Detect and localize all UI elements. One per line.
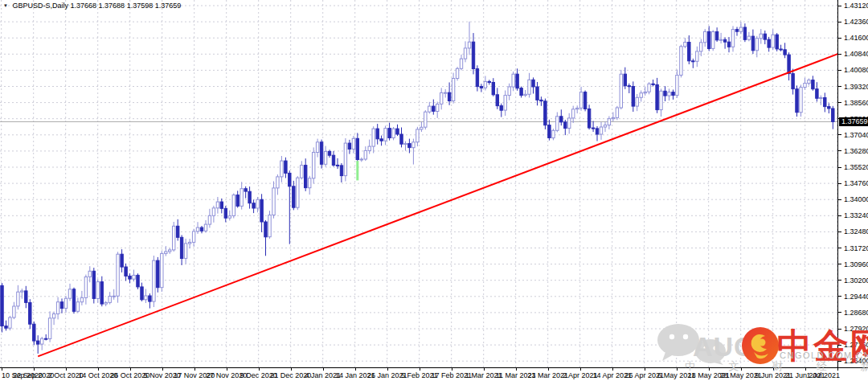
time-axis-tick [516,368,517,371]
quote-low: 1.37598 [127,2,154,10]
time-axis-tick [773,368,774,371]
time-axis-tick [130,368,131,371]
price-axis-label: 1.32480 [844,227,868,236]
time-axis-tick [259,368,260,371]
price-axis-label: 1.39320 [844,83,868,91]
time-axis-tick [677,368,678,371]
price-axis-label: 1.26400 [844,357,868,365]
time-axis-tick [387,368,388,371]
price-axis-label: 1.41600 [844,34,868,42]
price-axis-label: 1.35520 [844,163,868,171]
time-axis-tick [66,368,67,371]
price-axis-tick [838,361,841,362]
time-axis-tick [162,368,163,371]
price-axis-label: 1.34000 [844,195,868,203]
price-axis-label: 1.40840 [844,50,868,58]
time-axis-tick [805,368,806,371]
price-axis-label: 1.28680 [844,309,868,317]
price-axis-label: 1.33240 [844,211,868,219]
time-axis-tick [227,368,227,371]
price-axis-label: 1.29440 [844,293,868,301]
time-axis[interactable]: 10 Sep 202022 Sep 20202 Oct 202014 Oct 2… [0,367,868,381]
price-axis-tick [838,329,841,330]
time-axis-tick [837,368,838,371]
price-axis-tick [838,167,841,168]
time-axis-label: 1 Jul 2021 [806,371,840,379]
time-axis-tick [452,368,452,371]
price-axis-tick [838,248,841,248]
price-axis-tick [838,6,841,6]
price-axis-tick [838,70,841,71]
time-axis-tick [612,368,613,371]
price-axis-tick [838,150,841,151]
price-axis-tick [838,264,841,264]
price-axis-label: 1.30960 [844,260,868,268]
chart-plot-area[interactable] [0,0,837,367]
price-axis-tick [838,102,841,103]
price-axis[interactable]: 1.37659 1.431201.423601.416001.408401.40… [837,0,868,367]
price-axis-tick [838,134,841,135]
price-axis-label: 1.40080 [844,66,868,74]
time-axis-tick [355,368,356,371]
time-axis-tick [194,368,195,371]
time-axis-tick [709,368,710,371]
candlestick-chart-canvas[interactable] [0,0,837,367]
price-axis-tick [838,312,841,313]
price-axis-tick [838,215,841,216]
time-axis-tick [548,368,549,371]
time-axis-tick [645,368,645,371]
price-axis-tick [838,38,841,39]
quote-close: 1.37659 [155,2,182,10]
chart-title-bar: ▼ GBPUSD-S,Daily 1.37668 1.37688 1.37598… [3,2,181,10]
time-axis-tick [291,368,292,371]
price-axis-label: 1.34760 [844,179,868,187]
time-axis-tick [98,368,99,371]
symbol-timeframe-label: GBPUSD-S,Daily [12,2,68,10]
quote-high: 1.37688 [99,2,125,10]
chart-window: ▼ GBPUSD-S,Daily 1.37668 1.37688 1.37598… [0,0,868,381]
price-axis-label: 1.36280 [844,147,868,155]
price-axis-label: 1.42360 [844,18,868,26]
price-axis-tick [838,22,841,23]
price-axis-label: 1.27160 [844,341,868,349]
price-axis-label: 1.27920 [844,325,868,333]
price-axis-tick [838,345,841,346]
price-axis-tick [838,199,841,200]
time-axis-tick [484,368,485,371]
price-axis-label: 1.37040 [844,131,868,139]
current-price-label: 1.37659 [839,117,868,126]
quote-open: 1.37668 [71,2,97,10]
price-axis-label: 1.31720 [844,244,868,252]
price-axis-tick [838,231,841,232]
price-axis-label: 1.30200 [844,277,868,285]
time-axis-tick [323,368,324,371]
symbol-dropdown-icon[interactable]: ▼ [3,3,8,8]
time-axis-tick [420,368,420,371]
price-axis-tick [838,183,841,184]
time-axis-tick [741,368,742,371]
price-axis-label: 1.38560 [844,99,868,107]
time-axis-tick [34,368,35,371]
price-axis-tick [838,86,841,87]
price-axis-tick [838,280,841,281]
time-axis-tick [580,368,581,371]
price-axis-tick [838,54,841,55]
price-axis-tick [838,296,841,297]
price-axis-label: 1.43120 [844,2,868,10]
time-axis-tick [2,368,2,371]
